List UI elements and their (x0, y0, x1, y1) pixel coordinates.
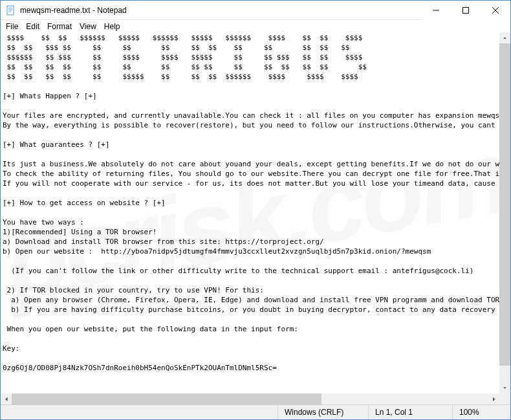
horizontal-scroll-track[interactable] (12, 393, 488, 404)
window-title: mewqsm-readme.txt - Notepad (20, 6, 421, 15)
menu-format[interactable]: Format (43, 21, 76, 32)
scroll-up-button[interactable]: ▲ (499, 32, 510, 43)
scrollbar-corner (499, 393, 510, 404)
status-encoding: Windows (CRLF) (277, 405, 368, 419)
scroll-right-button[interactable]: ▶ (488, 393, 499, 404)
menu-file[interactable]: File (2, 21, 22, 32)
menu-edit[interactable]: Edit (22, 21, 43, 32)
horizontal-scrollbar[interactable]: ◀ ▶ (1, 393, 499, 404)
maximize-button[interactable] (451, 1, 481, 20)
menubar: File Edit Format View Help (1, 20, 510, 32)
vertical-scroll-thumb[interactable] (499, 43, 510, 366)
horizontal-scroll-thumb[interactable] (12, 393, 321, 404)
close-button[interactable] (481, 1, 510, 20)
status-zoom: 100% (452, 405, 510, 419)
vertical-scrollbar[interactable]: ▲ ▼ (499, 32, 510, 393)
scroll-down-button[interactable]: ▼ (499, 382, 510, 393)
notepad-icon (6, 5, 16, 16)
minimize-button[interactable] (421, 1, 451, 20)
statusbar: Windows (CRLF) Ln 1, Col 1 100% (1, 404, 510, 419)
window-controls (421, 1, 510, 19)
status-cursor: Ln 1, Col 1 (368, 405, 452, 419)
titlebar[interactable]: mewqsm-readme.txt - Notepad (1, 1, 510, 20)
svg-rect-6 (463, 8, 469, 14)
text-area[interactable]: $$$$ $$ $$ $$$$$$ $$$$$ $$$$$$ $$$$$ $$$… (1, 32, 510, 404)
document-text[interactable]: $$$$ $$ $$ $$$$$$ $$$$$ $$$$$$ $$$$$ $$$… (1, 32, 510, 404)
scroll-left-button[interactable]: ◀ (1, 393, 12, 404)
menu-help[interactable]: Help (100, 21, 124, 32)
menu-view[interactable]: View (76, 21, 100, 32)
vertical-scroll-track[interactable] (499, 43, 510, 382)
notepad-window: mewqsm-readme.txt - Notepad File Edit Fo… (0, 0, 511, 420)
